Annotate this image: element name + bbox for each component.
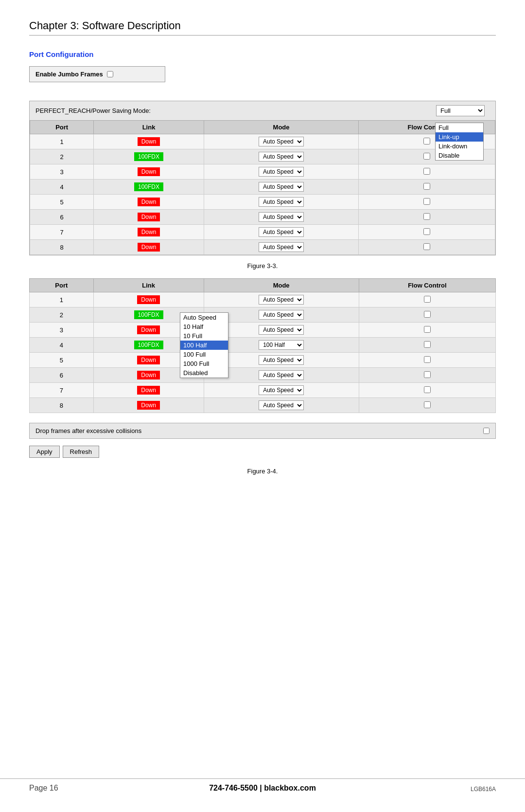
table2-port-2: 2 — [30, 307, 94, 323]
mode-select-3[interactable]: Auto Speed10 Half10 Full100 Half100 Full… — [259, 167, 304, 177]
perfect-reach-select[interactable]: Full Link-up Link-down Disable — [436, 105, 485, 116]
table1-port-8: 8 — [30, 240, 94, 255]
table1-mode-2[interactable]: Auto Speed10 Half10 Full100 Half100 Full… — [204, 149, 359, 164]
col-mode: Mode — [204, 121, 359, 134]
mode-select2-8[interactable]: Auto Speed10 Half10 Full100 Half100 Full… — [259, 400, 304, 410]
mode-select2-4[interactable]: Auto Speed10 Half10 Full100 Half100 Full… — [259, 340, 304, 350]
col2-flow-control: Flow Control — [359, 279, 495, 292]
table1-flow-4[interactable] — [359, 180, 495, 195]
mode-select2-5[interactable]: Auto Speed10 Half10 Full100 Half100 Full… — [259, 355, 304, 365]
table1-link-4: 100FDX — [94, 180, 204, 195]
flow-checkbox-6[interactable] — [423, 213, 430, 220]
flow2-checkbox-3[interactable] — [424, 326, 431, 333]
table1-flow-3[interactable] — [359, 164, 495, 180]
mode-opt-auto[interactable]: Auto Speed — [180, 313, 228, 322]
mode-select2-2[interactable]: Auto Speed10 Half10 Full100 Half100 Full… — [259, 310, 304, 320]
dropdown-option-full[interactable]: Full — [436, 123, 483, 132]
table2-flow-1[interactable] — [359, 292, 495, 307]
table1-mode-8[interactable]: Auto Speed10 Half10 Full100 Half100 Full… — [204, 240, 359, 255]
flow2-checkbox-5[interactable] — [424, 356, 431, 363]
table2-port-3: 3 — [30, 323, 94, 338]
table1-port-2: 2 — [30, 149, 94, 164]
table1-mode-1[interactable]: Auto Speed10 Half10 Full100 Half100 Full… — [204, 134, 359, 149]
flow2-checkbox-6[interactable] — [424, 371, 431, 378]
mode-select2-3[interactable]: Auto Speed10 Half10 Full100 Half100 Full… — [259, 325, 304, 335]
mode-opt-disabled[interactable]: Disabled — [180, 368, 228, 378]
table1-mode-4[interactable]: Auto Speed10 Half10 Full100 Half100 Full… — [204, 180, 359, 195]
table2-flow-3[interactable] — [359, 323, 495, 338]
mode-opt-10full[interactable]: 10 Full — [180, 331, 228, 341]
table2-flow-6[interactable] — [359, 368, 495, 383]
table2-flow-5[interactable] — [359, 353, 495, 368]
flow-checkbox-2[interactable] — [423, 153, 430, 160]
table1-flow-8[interactable] — [359, 240, 495, 255]
mode-select-8[interactable]: Auto Speed10 Half10 Full100 Half100 Full… — [259, 242, 304, 252]
table1-flow-7[interactable] — [359, 225, 495, 240]
mode-select2-1[interactable]: Auto Speed10 Half10 Full100 Half100 Full… — [259, 295, 304, 305]
mode-select-6[interactable]: Auto Speed10 Half10 Full100 Half100 Full… — [259, 212, 304, 222]
mode-select-7[interactable]: Auto Speed10 Half10 Full100 Half100 Full… — [259, 227, 304, 237]
table1-flow-5[interactable] — [359, 195, 495, 210]
table1-link-5: Down — [94, 195, 204, 210]
port-table-2: Port Link Mode Flow Control 1DownAuto Sp… — [29, 278, 496, 413]
table1-mode-6[interactable]: Auto Speed10 Half10 Full100 Half100 Full… — [204, 210, 359, 225]
mode-select-1[interactable]: Auto Speed10 Half10 Full100 Half100 Full… — [259, 137, 304, 146]
flow-checkbox-4[interactable] — [423, 183, 430, 190]
col-link: Link — [94, 121, 204, 134]
flow2-checkbox-4[interactable] — [424, 341, 431, 348]
table1-mode-5[interactable]: Auto Speed10 Half10 Full100 Half100 Full… — [204, 195, 359, 210]
refresh-button[interactable]: Refresh — [63, 446, 100, 458]
table1-mode-3[interactable]: Auto Speed10 Half10 Full100 Half100 Full… — [204, 164, 359, 180]
table1-flow-6[interactable] — [359, 210, 495, 225]
mode-opt-1000full[interactable]: 1000 Full — [180, 359, 228, 368]
apply-button[interactable]: Apply — [29, 446, 60, 458]
jumbo-frames-row: Enable Jumbo Frames — [29, 66, 165, 82]
table1-link-6: Down — [94, 210, 204, 225]
mode-select2-7[interactable]: Auto Speed10 Half10 Full100 Half100 Full… — [259, 385, 304, 395]
flow2-checkbox-1[interactable] — [424, 296, 431, 303]
dropdown-option-linkdown[interactable]: Link-down — [436, 142, 483, 151]
mode-select-2[interactable]: Auto Speed10 Half10 Full100 Half100 Full… — [259, 152, 304, 162]
table1-link-3: Down — [94, 164, 204, 180]
flow-checkbox-1[interactable] — [423, 138, 430, 144]
table2-mode-1[interactable]: Auto Speed10 Half10 Full100 Half100 Full… — [204, 292, 359, 307]
flow2-checkbox-2[interactable] — [424, 311, 431, 318]
mode-select2-6[interactable]: Auto Speed10 Half10 Full100 Half100 Full… — [259, 370, 304, 380]
col-port: Port — [30, 121, 94, 134]
flow-checkbox-7[interactable] — [423, 228, 430, 235]
table2-mode-8[interactable]: Auto Speed10 Half10 Full100 Half100 Full… — [204, 398, 359, 413]
mode-opt-100full[interactable]: 100 Full — [180, 350, 228, 359]
table2-flow-2[interactable] — [359, 307, 495, 323]
drop-frames-checkbox[interactable] — [483, 428, 490, 434]
flow-checkbox-8[interactable] — [423, 243, 430, 250]
flow-checkbox-3[interactable] — [423, 168, 430, 175]
table1-port-6: 6 — [30, 210, 94, 225]
flow-checkbox-5[interactable] — [423, 198, 430, 205]
figure-3-3-caption: Figure 3-3. — [29, 262, 496, 270]
flow2-checkbox-7[interactable] — [424, 386, 431, 393]
port-table-1: Port Link Mode Flow Control 1DownAuto Sp… — [30, 120, 495, 255]
mode-dropdown-popup: Auto Speed 10 Half 10 Full 100 Half 100 … — [180, 312, 228, 378]
table2-port-1: 1 — [30, 292, 94, 307]
dropdown-option-disable[interactable]: Disable — [436, 151, 483, 160]
table2-flow-7[interactable] — [359, 383, 495, 398]
table2-port-5: 5 — [30, 353, 94, 368]
table2-flow-8[interactable] — [359, 398, 495, 413]
mode-opt-100half[interactable]: 100 Half — [180, 341, 228, 350]
chapter-divider — [29, 35, 496, 36]
table2-flow-4[interactable] — [359, 338, 495, 353]
mode-opt-10half[interactable]: 10 Half — [180, 322, 228, 331]
table1-link-1: Down — [94, 134, 204, 149]
table1-mode-7[interactable]: Auto Speed10 Half10 Full100 Half100 Full… — [204, 225, 359, 240]
mode-select-5[interactable]: Auto Speed10 Half10 Full100 Half100 Full… — [259, 197, 304, 207]
table2-mode-7[interactable]: Auto Speed10 Half10 Full100 Half100 Full… — [204, 383, 359, 398]
jumbo-frames-label: Enable Jumbo Frames — [35, 71, 103, 78]
table1-port-7: 7 — [30, 225, 94, 240]
table2-link-1: Down — [93, 292, 204, 307]
dropdown-option-linkup[interactable]: Link-up — [436, 132, 483, 142]
perfect-reach-dropdown: Full Link-up Link-down Disable — [435, 123, 484, 161]
flow2-checkbox-8[interactable] — [424, 401, 431, 408]
table2-port-8: 8 — [30, 398, 94, 413]
jumbo-frames-checkbox[interactable] — [107, 71, 113, 77]
mode-select-4[interactable]: Auto Speed10 Half10 Full100 Half100 Full… — [259, 182, 304, 192]
